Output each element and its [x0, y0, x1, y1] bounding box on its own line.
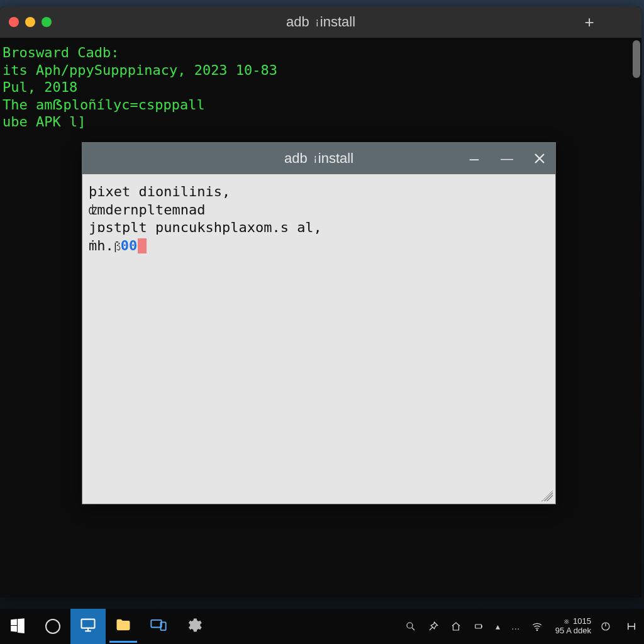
dialog-minimize-button[interactable] [464, 148, 485, 169]
dialog-title: adb ꭵinstall [284, 150, 353, 167]
dialog-line-prefix: ṁh.ꞵ [89, 238, 121, 253]
windows-icon [9, 617, 26, 636]
dialog-close-button[interactable] [529, 148, 550, 169]
tray-search-icon[interactable] [402, 618, 419, 635]
taskbar-app-devices[interactable] [141, 609, 176, 644]
terminal-line: The amẞploñílyc=cspppall [0, 96, 641, 114]
devices-icon [150, 616, 167, 636]
svg-point-3 [407, 623, 413, 628]
dialog-line: ʣmdernpltemnad [89, 201, 549, 219]
tray-home-icon[interactable] [448, 618, 464, 635]
svg-rect-0 [82, 619, 95, 628]
monitor-icon [79, 616, 97, 636]
taskbar-app-explorer[interactable] [106, 609, 141, 644]
tray-power-icon[interactable] [597, 618, 614, 635]
tray-stats[interactable]: ⨳ 1015 95 A ddek [555, 617, 591, 636]
tray-stat-bottom: 95 A ddek [555, 626, 591, 636]
terminal-scrollbar-thumb[interactable] [633, 40, 640, 78]
taskbar-app-monitor[interactable] [70, 609, 106, 644]
start-button[interactable] [0, 609, 35, 644]
terminal-title-actions [579, 11, 635, 33]
gear-icon [185, 616, 203, 636]
dialog-line: ṁh.ꞵ00 [89, 237, 549, 255]
tray-network-icon[interactable] [529, 618, 545, 635]
dialog-title-actions [464, 148, 550, 169]
terminal-scrollbar[interactable] [633, 40, 640, 597]
terminal-line: ube APK l] [0, 113, 641, 131]
svg-rect-1 [151, 620, 161, 628]
dialog-line: þixet dioոilinis, [89, 183, 549, 201]
taskbar-left [0, 609, 211, 644]
terminal-title: adb ꭵinstall [0, 14, 641, 30]
resize-grip[interactable] [541, 490, 553, 501]
dialog-highlight: 00 [121, 238, 138, 253]
new-tab-button[interactable] [579, 11, 600, 33]
search-icon [45, 619, 60, 634]
tray-stat-top: ⨳ 1015 [555, 617, 591, 626]
terminal-line: Pul, 2018 [0, 79, 641, 96]
task-view-button[interactable] [625, 620, 638, 633]
taskbar: ▴ … ⨳ 1015 95 A ddek [0, 609, 644, 644]
tray-dots[interactable]: … [509, 621, 523, 631]
close-window-button[interactable] [614, 11, 635, 33]
terminal-titlebar[interactable]: adb ꭵinstall [0, 6, 641, 38]
tray-battery-icon[interactable] [470, 618, 487, 635]
dialog-titlebar[interactable]: adb ꭵinstall [82, 143, 555, 174]
dialog-line: jɒstplt puncukshplaxom.s al, [89, 219, 549, 237]
dialog-window: adb ꭵinstall þixet dioոilinis, ʣmdernplt… [82, 142, 556, 504]
taskbar-app-settings[interactable] [176, 609, 211, 644]
folder-icon [114, 616, 132, 636]
tray-pin-icon[interactable] [425, 618, 441, 635]
svg-point-5 [536, 630, 538, 631]
search-button[interactable] [35, 609, 70, 644]
text-cursor [138, 238, 147, 253]
dialog-body[interactable]: þixet dioոilinis, ʣmdernpltemnad jɒstplt… [82, 174, 555, 504]
terminal-line: its Aph/ppySupppinacy, 2023 10-83 [0, 62, 641, 79]
tray-overflow-chevron[interactable]: ▴ [493, 621, 502, 631]
terminal-line: Brosward Cadb: [0, 44, 641, 62]
svg-rect-4 [475, 625, 482, 628]
taskbar-tray: ▴ … ⨳ 1015 95 A ddek [402, 609, 644, 644]
dialog-restore-button[interactable] [496, 148, 518, 169]
